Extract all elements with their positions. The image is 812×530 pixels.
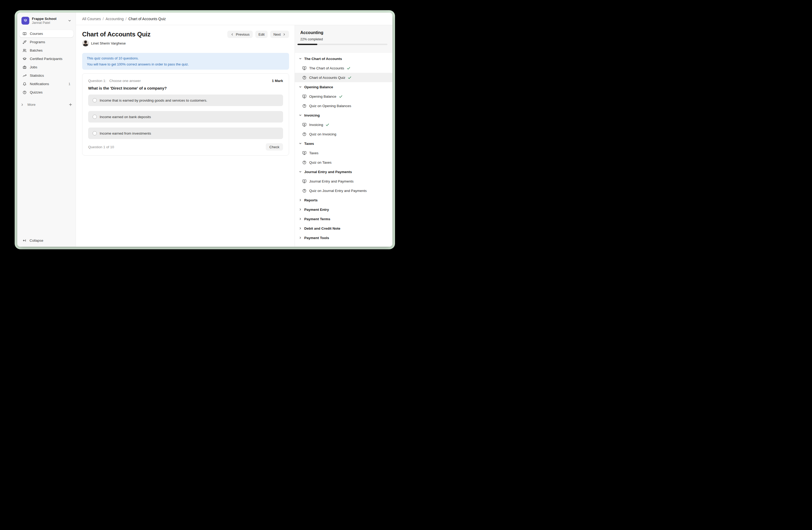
chevron-right-icon bbox=[282, 33, 286, 36]
briefcase-icon bbox=[23, 65, 27, 69]
sidebar-item-label: Batches bbox=[30, 48, 70, 52]
sidebar-item-label: Certified Participants bbox=[30, 57, 70, 61]
chevron-right-icon bbox=[299, 217, 302, 221]
chevron-right-icon bbox=[299, 208, 302, 211]
outline-item-label: Journal Entry and Payments bbox=[309, 179, 354, 183]
quiz-progress-text: Question 1 of 10 bbox=[88, 145, 114, 149]
chevron-right-icon bbox=[299, 227, 302, 230]
chevron-down-icon bbox=[299, 85, 302, 88]
plus-icon[interactable] bbox=[69, 103, 72, 107]
chevron-down-icon bbox=[299, 57, 302, 60]
outline-section-payment-tools[interactable]: Payment Tools bbox=[295, 233, 392, 242]
lesson-icon bbox=[302, 179, 307, 184]
radio-button[interactable] bbox=[92, 131, 97, 135]
sidebar-nav: CoursesProgramsBatchesCertified Particip… bbox=[17, 28, 76, 96]
outline-section-title: The Chart of Accounts bbox=[304, 57, 342, 61]
lesson-icon bbox=[302, 123, 307, 127]
question-text: What is the 'Direct Income' of a company… bbox=[88, 86, 283, 90]
users-icon bbox=[23, 48, 27, 53]
completed-check-icon bbox=[339, 95, 343, 98]
desktop-background: Frappe School Jannat Patel CoursesProgra… bbox=[0, 0, 406, 265]
radio-button[interactable] bbox=[92, 98, 97, 102]
outline-section-title: Journal Entry and Payments bbox=[304, 170, 352, 174]
outline-item-quiz-on-invoicing[interactable]: Quiz on Invoicing bbox=[295, 129, 392, 139]
outline-item-invoicing[interactable]: Invoicing bbox=[295, 120, 392, 129]
outline-item-the-chart-of-accounts[interactable]: The Chart of Accounts bbox=[295, 64, 392, 73]
outline-section-payment-terms[interactable]: Payment Terms bbox=[295, 214, 392, 224]
bell-icon bbox=[23, 82, 27, 86]
outline-item-taxes[interactable]: Taxes bbox=[295, 148, 392, 158]
sidebar-item-jobs[interactable]: Jobs bbox=[19, 64, 73, 71]
completed-check-icon bbox=[348, 76, 352, 80]
answer-option[interactable]: Income earned on bank deposits bbox=[88, 111, 283, 123]
question-instruction: Choose one answer bbox=[110, 79, 272, 83]
sidebar-item-programs[interactable]: Programs bbox=[19, 38, 73, 46]
answer-option-label: Income earned on bank deposits bbox=[100, 115, 151, 119]
outline-section-title: Invoicing bbox=[304, 113, 320, 117]
outline-item-chart-of-accounts-quiz[interactable]: Chart of Accounts Quiz bbox=[295, 73, 392, 82]
radio-button[interactable] bbox=[92, 115, 97, 119]
outline-section-debit-and-credit-note[interactable]: Debit and Credit Note bbox=[295, 224, 392, 233]
outline-section-title: Taxes bbox=[304, 142, 314, 145]
chevron-down-icon bbox=[299, 170, 302, 173]
collapse-label: Collapse bbox=[30, 239, 43, 242]
outline-item-quiz-on-journal-entry-and-payments[interactable]: Quiz on Journal Entry and Payments bbox=[295, 186, 392, 195]
outline-section-title: Payment Tools bbox=[304, 236, 329, 240]
outline-item-quiz-on-taxes[interactable]: Quiz on Taxes bbox=[295, 158, 392, 167]
chevron-right-icon bbox=[299, 198, 302, 201]
collapse-icon bbox=[23, 239, 26, 242]
answer-option[interactable]: Income earned from investments bbox=[88, 127, 283, 139]
course-outline-sidebar: Accounting 22% completed The Chart of Ac… bbox=[294, 25, 392, 247]
quiz-icon bbox=[302, 132, 307, 137]
content-region: All Courses/Accounting/Chart of Accounts… bbox=[76, 13, 392, 247]
book-open-icon bbox=[23, 32, 27, 36]
workspace-switcher[interactable]: Frappe School Jannat Patel bbox=[17, 13, 76, 28]
notification-count-badge: 1 bbox=[69, 82, 70, 86]
answer-option-label: Income earned from investments bbox=[100, 131, 151, 135]
outline-item-label: Invoicing bbox=[309, 123, 323, 127]
outline-item-quiz-on-opening-balances[interactable]: Quiz on Opening Balances bbox=[295, 101, 392, 111]
workspace-user: Jannat Patel bbox=[32, 21, 68, 25]
outline-section-taxes[interactable]: Taxes bbox=[295, 139, 392, 148]
previous-label: Previous bbox=[236, 32, 249, 37]
outline-section-payment-entry[interactable]: Payment Entry bbox=[295, 205, 392, 214]
sidebar-item-notifications[interactable]: Notifications1 bbox=[19, 80, 73, 88]
breadcrumb-separator: / bbox=[126, 17, 127, 21]
sidebar-item-batches[interactable]: Batches bbox=[19, 46, 73, 54]
outline-section-title: Reports bbox=[304, 198, 318, 202]
breadcrumb-separator: / bbox=[103, 17, 104, 21]
graduation-cap-icon bbox=[23, 57, 27, 61]
answer-option-label: Income that is earned by providing goods… bbox=[100, 98, 207, 102]
sidebar-item-more[interactable]: More bbox=[17, 101, 76, 108]
sidebar-item-statistics[interactable]: Statistics bbox=[19, 72, 73, 79]
outline-section-the-chart-of-accounts[interactable]: The Chart of Accounts bbox=[295, 54, 392, 64]
outline-item-label: Chart of Accounts Quiz bbox=[309, 76, 345, 80]
collapse-sidebar-button[interactable]: Collapse bbox=[23, 239, 43, 242]
course-progress-fill bbox=[298, 44, 317, 45]
outline-section-journal-entry-and-payments[interactable]: Journal Entry and Payments bbox=[295, 167, 392, 177]
outline-section-title: Debit and Credit Note bbox=[304, 226, 340, 231]
workspace-title: Frappe School bbox=[32, 16, 68, 21]
answer-options: Income that is earned by providing goods… bbox=[88, 95, 283, 139]
notice-line-2: You will have to get 100% correct answer… bbox=[87, 62, 284, 67]
sidebar-item-quizzes[interactable]: Quizzes bbox=[19, 88, 73, 96]
breadcrumb-link[interactable]: Accounting bbox=[105, 17, 124, 21]
outline-item-journal-entry-and-payments[interactable]: Journal Entry and Payments bbox=[295, 177, 392, 186]
outline-section-opening-balance[interactable]: Opening Balance bbox=[295, 82, 392, 92]
outline-item-opening-balance[interactable]: Opening Balance bbox=[295, 92, 392, 101]
outline-section-invoicing[interactable]: Invoicing bbox=[295, 111, 392, 120]
sidebar-item-certified-participants[interactable]: Certified Participants bbox=[19, 55, 73, 62]
check-button[interactable]: Check bbox=[266, 143, 283, 151]
answer-option[interactable]: Income that is earned by providing goods… bbox=[88, 95, 283, 106]
edit-button[interactable]: Edit bbox=[255, 31, 267, 38]
next-button[interactable]: Next bbox=[270, 31, 289, 38]
previous-button[interactable]: Previous bbox=[227, 31, 253, 38]
chevron-down-icon bbox=[299, 142, 302, 145]
sidebar-item-courses[interactable]: Courses bbox=[19, 30, 73, 38]
breadcrumb-link[interactable]: All Courses bbox=[82, 17, 101, 21]
outline-section-reports[interactable]: Reports bbox=[295, 195, 392, 205]
main-panel: Chart of Accounts Quiz Previous Edit bbox=[76, 25, 294, 247]
quiz-icon bbox=[302, 75, 307, 80]
next-label: Next bbox=[273, 32, 281, 37]
chevron-right-icon bbox=[299, 236, 302, 239]
